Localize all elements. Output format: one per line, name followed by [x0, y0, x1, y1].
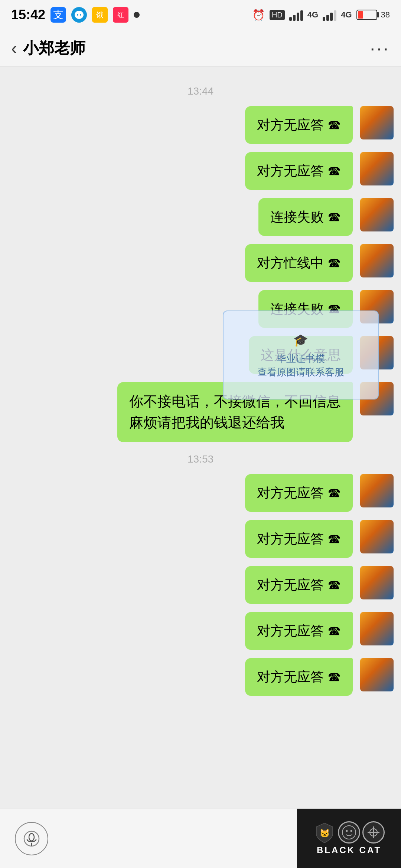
status-time: 15:42 [11, 7, 45, 23]
message-row: 对方忙线中 ☎ [7, 244, 394, 282]
message-text: 连接失败 ☎ [270, 209, 341, 224]
message-text: 对方无应答 ☎ [257, 485, 341, 500]
message-bubble[interactable]: 对方无应答 ☎ [245, 520, 353, 558]
meituan-icon: 饿 [92, 7, 108, 23]
network-type-1: 4G [307, 10, 318, 20]
hd-badge: HD [270, 10, 285, 20]
message-row: 连接失败 ☎ [7, 198, 394, 236]
watermark-text-line2: 查看原图请联系客服 [257, 365, 344, 379]
message-row: 这是什么意思 🎓 毕业证书模 查看原图请联系客服 [7, 336, 394, 374]
message-text: 对方无应答 ☎ [257, 669, 341, 684]
alipay-icon: 支 [50, 7, 66, 23]
chat-header: ‹ 小郑老师 ··· [0, 30, 401, 67]
network-type-2: 4G [341, 10, 352, 20]
svg-point-9 [351, 830, 352, 832]
message-text: 对方无应答 ☎ [257, 163, 341, 178]
smiley-icon [338, 821, 360, 844]
message-row: 对方无应答 ☎ [7, 152, 394, 190]
message-row: 对方无应答 ☎ [7, 658, 394, 696]
svg-point-0 [75, 11, 84, 19]
status-bar: 15:42 支 饿 红 ⏰ HD 4G 4G [0, 0, 401, 30]
svg-point-1 [77, 14, 78, 16]
message-bubble[interactable]: 对方忙线中 ☎ [245, 244, 353, 282]
battery-level: 38 [381, 10, 390, 20]
sender-avatar [360, 474, 394, 507]
sender-avatar [360, 566, 394, 599]
svg-point-2 [80, 14, 81, 16]
more-options-button[interactable]: ··· [370, 37, 390, 59]
message-bubble[interactable]: 对方无应答 ☎ [245, 658, 353, 696]
message-text: 对方无应答 ☎ [257, 531, 341, 546]
back-button[interactable]: ‹ [11, 38, 17, 58]
time-divider-2: 13:53 [7, 453, 394, 465]
message-bubble[interactable]: 对方无应答 ☎ [245, 106, 353, 144]
sender-avatar [360, 198, 394, 231]
message-bubble[interactable]: 对方无应答 ☎ [245, 566, 353, 604]
message-row: 对方无应答 ☎ [7, 106, 394, 144]
chat-area: 13:44 对方无应答 ☎ 对方无应答 ☎ 连接失败 ☎ 对方忙线中 ☎ [0, 67, 401, 846]
watermark-overlay: 🎓 毕业证书模 查看原图请联系客服 [223, 310, 379, 400]
target-icon [362, 821, 385, 844]
sender-avatar [360, 612, 394, 645]
message-bubble[interactable]: 连接失败 ☎ [258, 198, 353, 236]
signal-bars-1 [289, 9, 303, 21]
message-row: 对方无应答 ☎ [7, 520, 394, 558]
message-bubble[interactable]: 对方无应答 ☎ [245, 152, 353, 190]
message-bubble[interactable]: 对方无应答 ☎ [245, 474, 353, 512]
voice-button[interactable] [15, 822, 48, 855]
notification-dot [134, 12, 140, 18]
message-text: 对方无应答 ☎ [257, 117, 341, 132]
message-row: 对方无应答 ☎ [7, 612, 394, 650]
cat-face: 🐱 [313, 821, 385, 844]
svg-point-4 [29, 834, 34, 841]
message-row: 对方无应答 ☎ [7, 566, 394, 604]
sender-avatar [360, 106, 394, 139]
svg-text:🐱: 🐱 [320, 828, 330, 838]
signal-bars-2 [323, 9, 336, 21]
alarm-icon: ⏰ [252, 9, 265, 21]
message-text: 对方无应答 ☎ [257, 577, 341, 592]
shield-icon: 🐱 [313, 821, 336, 844]
svg-point-7 [342, 826, 356, 839]
sender-avatar [360, 244, 394, 277]
svg-point-8 [346, 830, 348, 832]
header-left: ‹ 小郑老师 [11, 38, 85, 59]
message-row: 对方无应答 ☎ [7, 474, 394, 512]
redbook-icon: 红 [113, 7, 128, 23]
black-cat-badge: 🐱 BLACK CAT [297, 809, 401, 868]
status-right: ⏰ HD 4G 4G 38 [252, 9, 390, 21]
message-text: 对方忙线中 ☎ [257, 255, 341, 270]
battery-indicator: 38 [356, 10, 390, 20]
sender-avatar [360, 152, 394, 185]
sender-avatar [360, 658, 394, 691]
watermark-icon: 🎓 [293, 331, 308, 349]
qq-icon [71, 7, 87, 23]
contact-name: 小郑老师 [23, 38, 85, 59]
watermark-text-line1: 毕业证书模 [277, 352, 325, 365]
sender-avatar [360, 520, 394, 553]
status-left: 15:42 支 饿 红 [11, 7, 140, 23]
message-bubble[interactable]: 对方无应答 ☎ [245, 612, 353, 650]
time-divider-1: 13:44 [7, 85, 394, 97]
black-cat-label: BLACK CAT [317, 845, 381, 855]
bottom-bar: 🐱 BLACK CAT [0, 809, 401, 868]
message-bubble[interactable]: 这是什么意思 🎓 毕业证书模 查看原图请联系客服 [249, 336, 353, 374]
message-text: 对方无应答 ☎ [257, 623, 341, 638]
